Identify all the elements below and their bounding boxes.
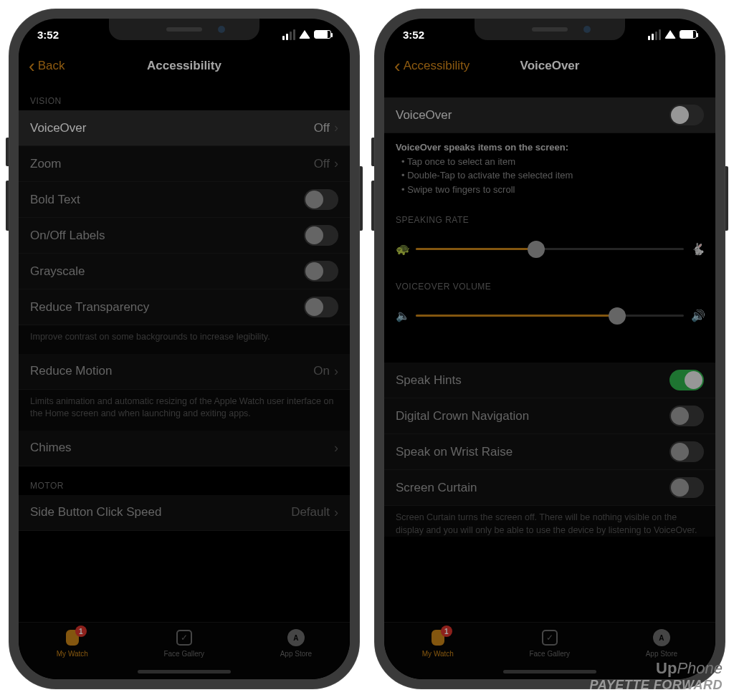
row-label: Reduce Motion [30, 364, 112, 378]
row-value: Off [314, 121, 330, 135]
row-label: Bold Text [30, 193, 80, 207]
section-vision: VISION [19, 82, 350, 110]
row-side-button-speed[interactable]: Side Button Click Speed Default› [19, 495, 350, 531]
toggle-voiceover[interactable] [669, 105, 704, 125]
face-gallery-icon [542, 630, 558, 646]
note-transparency: Improve contrast on some backgrounds to … [19, 325, 350, 354]
row-label: Speak Hints [396, 373, 462, 388]
row-speak-hints[interactable]: Speak Hints [384, 363, 715, 398]
screen-left: 3:52 ‹ Back Accessibility VISION VoiceOv… [19, 19, 350, 679]
screen-right: 3:52 ‹ Accessibility VoiceOver VoiceOver… [384, 19, 715, 679]
toggle-screen-curtain[interactable] [669, 477, 704, 498]
toggle-bold-text[interactable] [304, 189, 338, 210]
turtle-icon: 🐢 [396, 242, 409, 256]
row-value: On [313, 364, 330, 378]
slider-speaking-rate[interactable]: 🐢 🐇 [396, 242, 704, 256]
tab-label: My Watch [422, 650, 454, 658]
tab-label: App Store [280, 650, 312, 658]
back-button[interactable]: ‹ Accessibility [394, 57, 470, 75]
row-speak-wrist-raise[interactable]: Speak on Wrist Raise [384, 434, 715, 470]
tab-label: Face Gallery [529, 650, 570, 658]
chevron-right-icon: › [334, 364, 338, 379]
row-screen-curtain[interactable]: Screen Curtain [384, 470, 715, 506]
status-time: 3:52 [403, 29, 424, 41]
chevron-right-icon: › [334, 156, 338, 171]
home-indicator[interactable] [138, 670, 231, 673]
row-label: Zoom [30, 157, 61, 171]
row-chimes[interactable]: Chimes › [19, 431, 350, 466]
toggle-wrist-raise[interactable] [669, 441, 704, 462]
row-voiceover[interactable]: VoiceOver Off› [19, 110, 350, 146]
tab-label: Face Gallery [163, 650, 204, 658]
chevron-right-icon: › [334, 505, 338, 520]
phone-right: 3:52 ‹ Accessibility VoiceOver VoiceOver… [374, 9, 725, 689]
tab-face-gallery[interactable]: Face Gallery [529, 628, 570, 658]
toggle-reduce-transparency[interactable] [304, 297, 338, 317]
wifi-icon [299, 30, 310, 39]
tab-app-store[interactable]: A App Store [646, 628, 677, 658]
row-bold-text[interactable]: Bold Text [19, 182, 350, 218]
toggle-grayscale[interactable] [304, 261, 338, 282]
cellular-icon [282, 29, 295, 40]
status-time: 3:52 [37, 29, 59, 41]
toggle-onoff-labels[interactable] [304, 225, 338, 246]
help-bullet: Swipe two fingers to scroll [401, 183, 704, 197]
back-button[interactable]: ‹ Back [29, 57, 65, 75]
battery-icon [680, 30, 697, 39]
back-label: Back [38, 59, 65, 73]
note-screen-curtain: Screen Curtain turns the screen off. The… [384, 506, 715, 537]
section-speaking-rate: SPEAKING RATE [384, 201, 715, 229]
row-label: Digital Crown Navigation [396, 409, 529, 423]
back-label: Accessibility [404, 59, 470, 73]
row-grayscale[interactable]: Grayscale [19, 254, 350, 289]
row-label: Side Button Click Speed [30, 505, 161, 519]
row-reduce-transparency[interactable]: Reduce Transparency [19, 289, 350, 325]
page-title: VoiceOver [520, 59, 580, 73]
chevron-left-icon: ‹ [394, 57, 401, 75]
voiceover-help: VoiceOver speaks items on the screen: Ta… [384, 133, 715, 201]
notch [109, 19, 259, 40]
tab-my-watch[interactable]: 1 My Watch [422, 628, 454, 658]
row-voiceover-toggle[interactable]: VoiceOver [384, 97, 715, 133]
app-store-icon: A [653, 629, 670, 646]
row-label: Grayscale [30, 264, 85, 279]
note-motion: Limits animation and automatic resizing … [19, 390, 350, 431]
face-gallery-icon [176, 630, 192, 646]
row-label: VoiceOver [30, 121, 86, 135]
tab-app-store[interactable]: A App Store [280, 628, 312, 658]
volume-low-icon: 🔈 [396, 309, 409, 322]
help-bullet: Double-Tap to activate the selected item [401, 168, 704, 183]
home-indicator[interactable] [503, 670, 596, 673]
row-reduce-motion[interactable]: Reduce Motion On› [19, 354, 350, 390]
wifi-icon [664, 30, 676, 39]
row-label: Reduce Transparency [30, 300, 149, 315]
slider-voiceover-volume[interactable]: 🔈 🔊 [396, 309, 704, 322]
tab-my-watch[interactable]: 1 My Watch [57, 628, 88, 658]
volume-high-icon: 🔊 [691, 309, 704, 322]
battery-icon [314, 30, 331, 39]
row-digital-crown-nav[interactable]: Digital Crown Navigation [384, 398, 715, 434]
row-label: On/Off Labels [30, 229, 105, 243]
notch [475, 19, 625, 40]
row-label: Chimes [30, 441, 72, 455]
toggle-digital-crown[interactable] [669, 406, 704, 426]
section-motor: MOTOR [19, 466, 350, 495]
row-label: Screen Curtain [396, 481, 477, 495]
settings-list[interactable]: VISION VoiceOver Off› Zoom Off› Bold Tex… [19, 82, 350, 622]
settings-list[interactable]: VoiceOver VoiceOver speaks items on the … [384, 82, 715, 622]
nav-bar: ‹ Accessibility VoiceOver [384, 50, 715, 82]
tab-face-gallery[interactable]: Face Gallery [163, 628, 204, 658]
row-value: Off [314, 157, 330, 171]
section-voiceover-volume: VOICEOVER VOLUME [384, 267, 715, 296]
phone-left: 3:52 ‹ Back Accessibility VISION VoiceOv… [9, 9, 360, 689]
row-onoff-labels[interactable]: On/Off Labels [19, 218, 350, 254]
page-title: Accessibility [147, 59, 221, 73]
row-zoom[interactable]: Zoom Off› [19, 146, 350, 182]
row-label: VoiceOver [396, 108, 452, 123]
toggle-speak-hints[interactable] [669, 370, 704, 390]
row-value: Default [291, 505, 330, 519]
nav-bar: ‹ Back Accessibility [19, 50, 350, 82]
cellular-icon [648, 29, 661, 40]
chevron-right-icon: › [334, 441, 338, 456]
help-bullet: Tap once to select an item [401, 155, 704, 169]
